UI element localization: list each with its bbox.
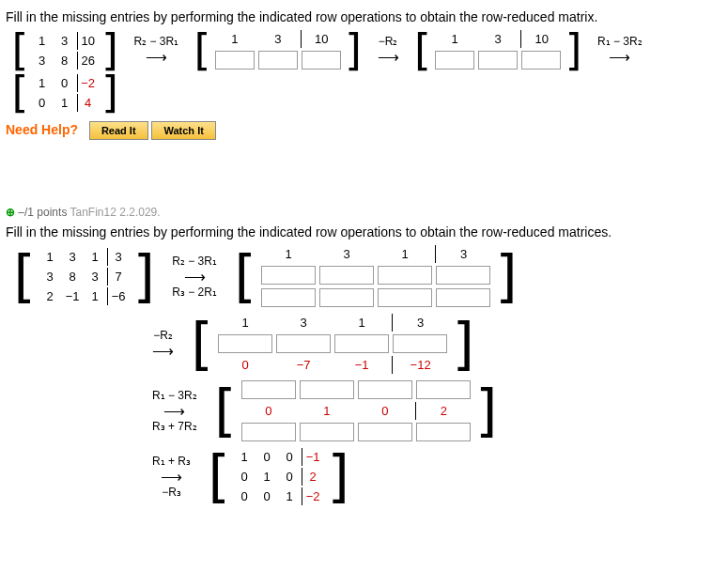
need-help-label: Need Help?	[6, 122, 78, 137]
cell: 4	[77, 94, 99, 112]
cell: −7	[275, 356, 332, 374]
cell: −1	[62, 287, 83, 305]
input-cell[interactable]	[215, 51, 255, 70]
q1-op3: R₁ − 3R₂⟶	[592, 35, 648, 66]
cell: −2	[77, 74, 99, 92]
read-it-button[interactable]: Read It	[89, 121, 148, 140]
cell: 10	[77, 32, 99, 50]
cell: 8	[54, 52, 75, 70]
cell: −1	[333, 356, 390, 374]
input-cell[interactable]	[416, 423, 471, 441]
q2-op4: R₁ + R₃⟶−R₃	[147, 455, 196, 499]
input-cell[interactable]	[334, 334, 389, 353]
cell: 0	[240, 402, 297, 420]
cell: 3	[257, 30, 299, 48]
cell: 3	[62, 248, 83, 266]
arrow-icon: ⟶	[184, 268, 206, 286]
cell: 3	[318, 245, 375, 263]
arrow-icon: ⟶	[146, 48, 167, 66]
input-cell[interactable]	[241, 423, 296, 441]
input-cell[interactable]	[436, 266, 490, 285]
input-cell[interactable]	[300, 380, 354, 399]
cell: 0	[54, 74, 75, 92]
input-cell[interactable]	[358, 380, 412, 399]
cell: 3	[275, 314, 332, 332]
input-cell[interactable]	[300, 423, 354, 441]
cell: −12	[392, 356, 448, 374]
cell: 1	[217, 314, 273, 332]
input-cell[interactable]	[261, 288, 316, 307]
points: –/1 points	[18, 206, 67, 219]
cell: 3	[85, 268, 105, 286]
input-cell[interactable]	[276, 334, 331, 353]
cell: 2	[302, 468, 323, 486]
q1-matrix1: [ 1310 3826 ]	[6, 32, 124, 70]
input-cell[interactable]	[261, 266, 316, 285]
cell: 1	[32, 74, 53, 92]
input-cell[interactable]	[258, 51, 298, 70]
cell: 1	[54, 94, 75, 112]
cell: 1	[333, 314, 390, 332]
q2-matrix-final: [ 100−1 0102 001−2 ]	[200, 448, 357, 505]
arrow-icon: ⟶	[609, 48, 630, 66]
cell: 3	[392, 314, 448, 332]
q2-step1: [ 1313 3837 2−11−6 ] R₂ − 3R₁⟶R₃ − 2R₁ […	[6, 245, 722, 308]
input-cell[interactable]	[378, 266, 432, 285]
cell: 8	[62, 268, 83, 286]
arrow-icon: ⟶	[163, 402, 185, 420]
input-cell[interactable]	[435, 51, 474, 70]
q1-op1: R₂ − 3R₁⟶	[128, 35, 184, 66]
input-cell[interactable]	[393, 334, 447, 353]
cell: 1	[234, 448, 255, 466]
cell: 1	[85, 287, 105, 305]
input-cell[interactable]	[436, 288, 490, 307]
input-cell[interactable]	[378, 288, 432, 307]
cell: 1	[279, 487, 300, 505]
q2-matrix1: [ 1313 3837 2−11−6 ]	[6, 248, 163, 305]
input-cell[interactable]	[358, 423, 412, 441]
cell: 1	[377, 245, 433, 263]
input-cell[interactable]	[319, 266, 374, 285]
input-cell[interactable]	[218, 334, 272, 353]
cell: 7	[107, 268, 129, 286]
cell: 10	[520, 30, 562, 48]
cell: 1	[39, 248, 60, 266]
cell: 1	[85, 248, 105, 266]
input-cell[interactable]	[521, 51, 561, 70]
reference: TanFin12 2.2.029.	[70, 206, 161, 219]
cell: 1	[32, 32, 53, 50]
arrow-icon: ⟶	[152, 342, 174, 360]
cell: 0	[32, 94, 53, 112]
input-cell[interactable]	[302, 51, 341, 70]
points-row: ⊕ –/1 points TanFin12 2.2.029.	[6, 206, 722, 219]
input-cell[interactable]	[319, 288, 374, 307]
q2-matrix-s3: [ 0102 ]	[207, 379, 505, 442]
cell: 1	[434, 30, 475, 48]
input-cell[interactable]	[478, 51, 518, 70]
cell: 3	[477, 30, 519, 48]
cell: 3	[435, 245, 491, 263]
cell: −1	[302, 448, 323, 466]
q1-row: [ 1310 3826 ] R₂ − 3R₁⟶ [ 1310 ] −R₂⟶ [ …	[6, 30, 722, 112]
arrow-icon: ⟶	[161, 468, 182, 486]
cell: 0	[256, 487, 277, 505]
cell: 0	[234, 468, 255, 486]
q1-instruction: Fill in the missing entries by performin…	[6, 9, 722, 24]
cell: 26	[77, 52, 99, 70]
cell: 1	[214, 30, 256, 48]
q2-matrix-s1: [ 1313 ]	[226, 245, 525, 308]
expand-icon[interactable]: ⊕	[6, 206, 15, 219]
q1-matrix3: [ 1310 ]	[409, 30, 588, 70]
input-cell[interactable]	[241, 380, 296, 399]
watch-it-button[interactable]: Watch It	[151, 121, 215, 140]
input-cell[interactable]	[416, 380, 471, 399]
q2-step4: R₁ + R₃⟶−R₃ [ 100−1 0102 001−2 ]	[6, 448, 722, 505]
q2-step3: R₁ − 3R₂⟶R₃ + 7R₂ [ 0102 ]	[6, 379, 722, 442]
q1-op2: −R₂⟶	[372, 35, 405, 66]
cell: 0	[357, 402, 413, 420]
cell: 0	[279, 468, 300, 486]
q2-op2: −R₂⟶	[147, 329, 179, 360]
cell: 1	[256, 468, 277, 486]
need-help: Need Help? Read It Watch It	[6, 121, 722, 140]
cell: 0	[217, 356, 273, 374]
